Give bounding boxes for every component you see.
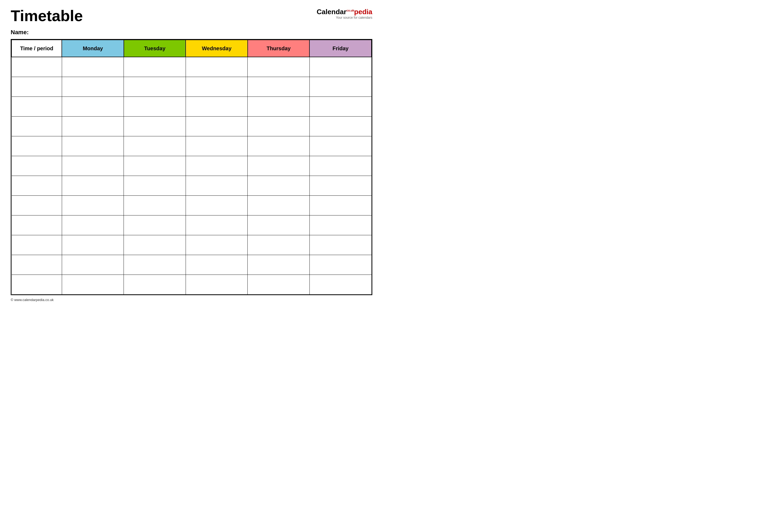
table-row	[11, 176, 371, 195]
cell-row1-col5[interactable]	[248, 57, 310, 77]
cell-row10-col5[interactable]	[248, 235, 310, 255]
cell-row4-col3[interactable]	[124, 116, 186, 136]
table-row	[11, 57, 371, 77]
cell-row2-col6[interactable]	[309, 77, 371, 97]
cell-row4-col6[interactable]	[309, 116, 371, 136]
table-row	[11, 116, 371, 136]
cell-row8-col5[interactable]	[248, 195, 310, 215]
footer-text: © www.calendarpedia.co.uk	[11, 298, 54, 302]
cell-row4-col4[interactable]	[186, 116, 248, 136]
cell-row3-col2[interactable]	[62, 97, 124, 116]
header-section: Timetable Calendarco.ukpedia Your source…	[11, 8, 372, 24]
cell-row2-col3[interactable]	[124, 77, 186, 97]
table-row	[11, 195, 371, 215]
cell-row8-col6[interactable]	[309, 195, 371, 215]
cell-row1-col4[interactable]	[186, 57, 248, 77]
cell-row11-col2[interactable]	[62, 255, 124, 275]
cell-row11-col4[interactable]	[186, 255, 248, 275]
cell-row11-col1[interactable]	[11, 255, 62, 275]
cell-row6-col5[interactable]	[248, 156, 310, 176]
logo-calendar: Calendar	[317, 8, 346, 16]
timetable-body	[11, 57, 371, 294]
col-header-tuesday: Tuesday	[124, 40, 186, 57]
cell-row5-col1[interactable]	[11, 136, 62, 156]
cell-row3-col6[interactable]	[309, 97, 371, 116]
cell-row10-col4[interactable]	[186, 235, 248, 255]
cell-row10-col3[interactable]	[124, 235, 186, 255]
cell-row3-col5[interactable]	[248, 97, 310, 116]
cell-row10-col1[interactable]	[11, 235, 62, 255]
cell-row7-col6[interactable]	[309, 176, 371, 195]
cell-row2-col4[interactable]	[186, 77, 248, 97]
cell-row8-col3[interactable]	[124, 195, 186, 215]
cell-row9-col1[interactable]	[11, 215, 62, 235]
timetable-container: Time / period Monday Tuesday Wednesday T…	[11, 39, 372, 295]
cell-row12-col3[interactable]	[124, 275, 186, 294]
cell-row5-col3[interactable]	[124, 136, 186, 156]
cell-row9-col3[interactable]	[124, 215, 186, 235]
table-row	[11, 156, 371, 176]
col-header-monday: Monday	[62, 40, 124, 57]
logo-couk: co.uk	[346, 9, 354, 12]
cell-row5-col4[interactable]	[186, 136, 248, 156]
cell-row5-col6[interactable]	[309, 136, 371, 156]
cell-row2-col5[interactable]	[248, 77, 310, 97]
cell-row10-col2[interactable]	[62, 235, 124, 255]
cell-row4-col1[interactable]	[11, 116, 62, 136]
cell-row5-col5[interactable]	[248, 136, 310, 156]
cell-row6-col1[interactable]	[11, 156, 62, 176]
cell-row4-col5[interactable]	[248, 116, 310, 136]
table-row	[11, 97, 371, 116]
logo-pedia: pedia	[354, 8, 372, 16]
cell-row9-col4[interactable]	[186, 215, 248, 235]
cell-row9-col2[interactable]	[62, 215, 124, 235]
cell-row8-col1[interactable]	[11, 195, 62, 215]
cell-row9-col6[interactable]	[309, 215, 371, 235]
cell-row12-col6[interactable]	[309, 275, 371, 294]
table-row	[11, 77, 371, 97]
table-row	[11, 275, 371, 294]
cell-row4-col2[interactable]	[62, 116, 124, 136]
cell-row5-col2[interactable]	[62, 136, 124, 156]
cell-row12-col2[interactable]	[62, 275, 124, 294]
footer: © www.calendarpedia.co.uk	[11, 298, 372, 302]
cell-row1-col1[interactable]	[11, 57, 62, 77]
cell-row1-col6[interactable]	[309, 57, 371, 77]
table-row	[11, 215, 371, 235]
cell-row2-col2[interactable]	[62, 77, 124, 97]
cell-row7-col3[interactable]	[124, 176, 186, 195]
cell-row3-col3[interactable]	[124, 97, 186, 116]
logo-subtitle: Your source for calendars	[336, 16, 372, 20]
col-header-friday: Friday	[309, 40, 371, 57]
cell-row6-col2[interactable]	[62, 156, 124, 176]
cell-row6-col4[interactable]	[186, 156, 248, 176]
page-wrapper: Timetable Calendarco.ukpedia Your source…	[11, 8, 372, 302]
cell-row8-col2[interactable]	[62, 195, 124, 215]
cell-row11-col5[interactable]	[248, 255, 310, 275]
cell-row8-col4[interactable]	[186, 195, 248, 215]
cell-row10-col6[interactable]	[309, 235, 371, 255]
cell-row7-col4[interactable]	[186, 176, 248, 195]
col-header-wednesday: Wednesday	[186, 40, 248, 57]
cell-row1-col2[interactable]	[62, 57, 124, 77]
header-row: Time / period Monday Tuesday Wednesday T…	[11, 40, 371, 57]
cell-row7-col5[interactable]	[248, 176, 310, 195]
table-row	[11, 255, 371, 275]
cell-row3-col1[interactable]	[11, 97, 62, 116]
cell-row7-col1[interactable]	[11, 176, 62, 195]
cell-row3-col4[interactable]	[186, 97, 248, 116]
col-header-thursday: Thursday	[248, 40, 310, 57]
cell-row11-col6[interactable]	[309, 255, 371, 275]
cell-row11-col3[interactable]	[124, 255, 186, 275]
cell-row12-col4[interactable]	[186, 275, 248, 294]
cell-row6-col6[interactable]	[309, 156, 371, 176]
cell-row9-col5[interactable]	[248, 215, 310, 235]
logo-container: Calendarco.ukpedia Your source for calen…	[317, 8, 372, 20]
cell-row1-col3[interactable]	[124, 57, 186, 77]
cell-row6-col3[interactable]	[124, 156, 186, 176]
table-row	[11, 235, 371, 255]
cell-row2-col1[interactable]	[11, 77, 62, 97]
cell-row12-col1[interactable]	[11, 275, 62, 294]
cell-row12-col5[interactable]	[248, 275, 310, 294]
cell-row7-col2[interactable]	[62, 176, 124, 195]
